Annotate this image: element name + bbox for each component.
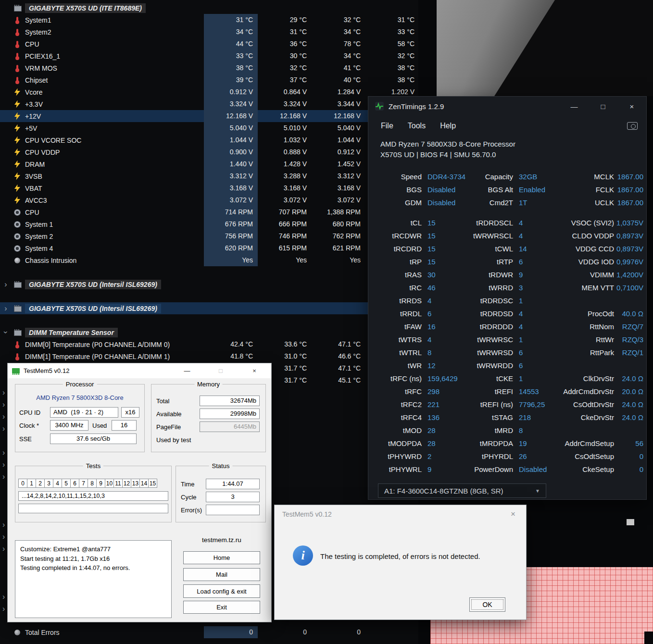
website-link[interactable]: testmem.tz.ru xyxy=(183,536,260,544)
sensor-row[interactable]: Vcore0.912 V0.864 V1.284 V1.202 V xyxy=(0,86,418,98)
maximize-icon[interactable]: □ xyxy=(589,97,617,116)
expand-arrow-icon[interactable]: › xyxy=(0,302,12,314)
sensor-row[interactable]: Chassis IntrusionYesYesYes xyxy=(0,254,418,266)
memory-total-field: 32674Mb xyxy=(200,396,260,406)
close-icon[interactable]: × xyxy=(505,508,521,520)
sensor-row[interactable]: VRM MOS38 °C32 °C41 °C38 °C xyxy=(0,62,418,74)
timing-value: 56 xyxy=(614,439,643,447)
minimize-icon[interactable]: — xyxy=(560,97,589,116)
sensor-value: 1.284 V xyxy=(312,86,365,98)
test-number-cell[interactable]: 13 xyxy=(131,479,140,488)
tests-group: Tests 0123456789101112131415 ...14,2,8,1… xyxy=(15,466,172,522)
screenshot-icon[interactable] xyxy=(627,122,638,130)
sensor-row[interactable]: CPU714 RPM707 RPM1,388 RPM xyxy=(0,206,418,218)
test-number-cell[interactable]: 8 xyxy=(88,479,97,488)
sensor-value xyxy=(312,326,365,338)
sensor-row[interactable]: +3.3V3.324 V3.324 V3.344 V xyxy=(0,98,418,110)
expand-arrow-icon[interactable]: › xyxy=(2,545,5,553)
sensor-row[interactable]: CPU VDDP0.900 V0.888 V0.912 V xyxy=(0,146,418,158)
sensor-row[interactable]: System 1676 RPM666 RPM680 RPM xyxy=(0,218,418,230)
close-icon[interactable]: × xyxy=(238,363,271,378)
timing-value: Disabled xyxy=(422,186,465,194)
timing-label: ClkDrvStr xyxy=(552,374,614,383)
sensor-value xyxy=(258,326,312,338)
sensor-row[interactable]: DIMM[0] Temperature (P0 CHANNEL A/DIMM 0… xyxy=(0,338,418,350)
test-number-cell[interactable]: 4 xyxy=(53,479,62,488)
expand-arrow-icon[interactable]: › xyxy=(2,388,5,397)
sensor-value xyxy=(258,266,312,278)
sensor-row[interactable]: +12V12.168 V12.168 V12.168 V xyxy=(0,110,418,122)
sensor-row[interactable]: System 2756 RPM746 RPM762 RPM xyxy=(0,230,418,242)
dimm-selector[interactable]: A1: F4-3600C14-8GTZNB (8GB, SR) ▼ xyxy=(378,483,546,498)
timing-value: 7796,25 xyxy=(513,400,552,409)
expand-arrow-icon[interactable]: › xyxy=(2,472,5,481)
timing-value: 6 xyxy=(513,348,552,357)
sensor-group-row[interactable]: ›GIGABYTE X570S UD (Intersil ISL69269) xyxy=(0,278,418,290)
expand-arrow-icon[interactable]: › xyxy=(2,448,5,457)
sensor-group-row[interactable]: ›GIGABYTE X570S UD (Intersil ISL69269) xyxy=(0,302,418,314)
test-number-cell[interactable]: 6 xyxy=(70,479,79,488)
thermometer-icon xyxy=(13,52,21,60)
test-number-cell[interactable]: 1 xyxy=(27,479,36,488)
board-info: X570S UD | BIOS F4 | SMU 56.70.0 xyxy=(380,149,515,160)
timing-value: 9 xyxy=(513,271,552,279)
close-icon[interactable]: × xyxy=(617,97,646,116)
sensor-row[interactable]: DRAM1.440 V1.428 V1.452 V xyxy=(0,158,418,170)
test-number-cell[interactable]: 3 xyxy=(44,479,53,488)
sensor-group-row[interactable]: GIGABYTE X570S UD (ITE IT8689E) xyxy=(0,2,418,14)
load-config-exit-button[interactable]: Load config & exit xyxy=(183,584,260,598)
testmem5-titlebar[interactable]: TestMem5 v0.12 — □ × xyxy=(8,363,271,378)
expand-arrow-icon[interactable]: › xyxy=(0,327,12,338)
menu-file[interactable]: File xyxy=(381,122,393,130)
total-errors-row[interactable]: Total Errors 0 0 0 xyxy=(0,626,418,638)
background-photo xyxy=(437,0,653,96)
test-number-cell[interactable]: 10 xyxy=(105,479,114,488)
mail-button[interactable]: Mail xyxy=(183,568,260,581)
sensor-row[interactable]: System234 °C31 °C34 °C33 °C xyxy=(0,26,418,38)
sensor-row[interactable]: System 4620 RPM615 RPM621 RPM xyxy=(0,242,418,254)
test-number-cell[interactable]: 9 xyxy=(96,479,105,488)
expand-arrow-icon[interactable]: › xyxy=(0,278,12,290)
expand-arrow-icon[interactable]: › xyxy=(2,605,5,613)
test-number-cell[interactable]: 7 xyxy=(79,479,88,488)
exit-button[interactable]: Exit xyxy=(183,601,260,614)
sensor-row[interactable]: CPU44 °C36 °C78 °C58 °C xyxy=(0,38,418,50)
expand-arrow-icon[interactable]: › xyxy=(2,520,5,529)
test-number-cell[interactable]: 5 xyxy=(62,479,71,488)
menu-tools[interactable]: Tools xyxy=(408,122,426,130)
minimize-icon[interactable]: — xyxy=(170,363,204,378)
sensor-row[interactable]: +5V5.040 V5.010 V5.040 V xyxy=(0,122,418,134)
test-number-cell[interactable]: 12 xyxy=(122,479,131,488)
sensor-row[interactable]: PCIEX16_133 °C30 °C34 °C32 °C xyxy=(0,50,418,62)
sensor-row[interactable]: DIMM[1] Temperature (P0 CHANNEL A/DIMM 1… xyxy=(0,350,418,362)
sensor-group-row[interactable]: ›DIMM Temperature Sensor xyxy=(0,326,418,338)
expand-arrow-icon[interactable]: › xyxy=(2,593,5,601)
zentimings-titlebar[interactable]: ZenTimings 1.2.9 — □ × xyxy=(368,97,646,116)
home-button[interactable]: Home xyxy=(183,551,260,564)
expand-arrow-icon[interactable]: › xyxy=(2,460,5,469)
expand-arrow-icon[interactable]: › xyxy=(2,424,5,433)
sensor-row[interactable]: Chipset39 °C37 °C40 °C38 °C xyxy=(0,74,418,86)
test-number-cell[interactable]: 11 xyxy=(113,479,123,488)
test-number-cell[interactable]: 2 xyxy=(36,479,45,488)
sensor-label: CPU xyxy=(25,209,39,216)
sensor-value: 32 °C xyxy=(258,62,312,74)
expand-arrow-icon[interactable]: › xyxy=(2,400,5,409)
sensor-row[interactable]: VBAT3.168 V3.168 V3.168 V xyxy=(0,182,418,194)
test-number-cell[interactable]: 0 xyxy=(18,479,27,488)
menu-help[interactable]: Help xyxy=(440,122,456,130)
expand-arrow-icon[interactable]: › xyxy=(2,412,5,421)
sensor-row[interactable]: AVCC33.072 V3.072 V3.072 V xyxy=(0,194,418,206)
window-title: TestMem5 v0.12 xyxy=(24,367,69,374)
timing-label: tWRWRSCL xyxy=(465,232,513,240)
sensor-row[interactable]: 3VSB3.312 V3.288 V3.312 V xyxy=(0,170,418,182)
sensor-value xyxy=(365,2,419,14)
sensor-value: 33 °C xyxy=(365,26,419,38)
sensor-value: 3.344 V xyxy=(312,98,365,110)
ok-button[interactable]: OK xyxy=(469,597,505,612)
sensor-row[interactable]: CPU VCORE SOC1.044 V1.032 V1.044 V xyxy=(0,134,418,146)
test-number-cell[interactable]: 15 xyxy=(148,479,157,488)
expand-arrow-icon[interactable]: › xyxy=(2,533,5,541)
sensor-row[interactable]: System131 °C29 °C32 °C31 °C xyxy=(0,14,418,26)
test-number-cell[interactable]: 14 xyxy=(139,479,149,488)
